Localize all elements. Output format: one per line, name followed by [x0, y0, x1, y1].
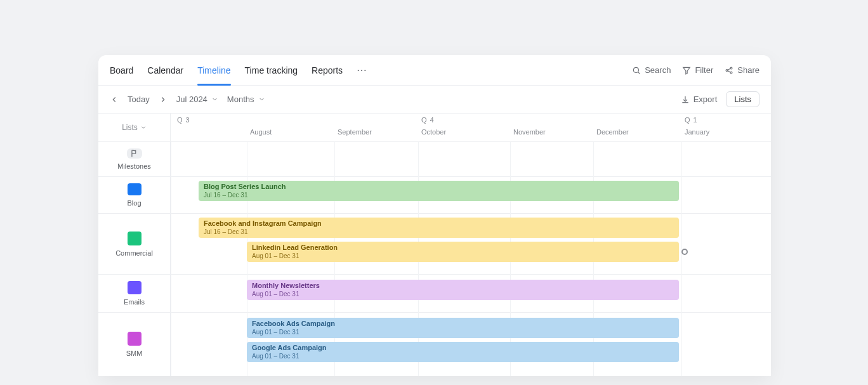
chevron-right-icon — [159, 95, 168, 104]
bar-title: Facebook Ads Campaign — [252, 320, 674, 328]
bar-title: Blog Post Series Launch — [204, 183, 674, 191]
timeline-bar[interactable]: Google Ads Campaign Aug 01 – Dec 31 — [247, 342, 679, 362]
timeline-bar[interactable]: Blog Post Series Launch Jul 16 – Dec 31 — [199, 181, 679, 201]
row-label-commercial[interactable]: Commercial — [98, 214, 171, 274]
share-label: Share — [737, 65, 760, 75]
filter-icon — [682, 66, 691, 75]
color-swatch-blog — [128, 183, 141, 195]
row-label-emails[interactable]: Emails — [98, 275, 171, 312]
date-selector[interactable]: Jul 2024 — [176, 95, 218, 104]
svg-line-6 — [728, 69, 731, 70]
export-button[interactable]: Export — [681, 95, 718, 104]
timeline-body: Milestones Blog Blog Post Series Launch … — [98, 142, 771, 376]
svg-line-1 — [638, 72, 640, 74]
month-label: December — [596, 128, 629, 136]
date-label: Jul 2024 — [176, 95, 207, 104]
month-label: September — [338, 128, 372, 136]
timeline-bar[interactable]: Facebook Ads Campaign Aug 01 – Dec 31 — [247, 318, 679, 338]
color-swatch-smm — [128, 332, 141, 346]
quarter-label: Q 4 — [421, 116, 435, 124]
prev-button[interactable] — [110, 95, 119, 104]
svg-line-7 — [728, 70, 731, 72]
quarter-label: Q 3 — [177, 116, 190, 124]
chevron-down-icon — [258, 96, 265, 103]
color-swatch-commercial — [128, 232, 141, 245]
row-label-text: Blog — [127, 199, 141, 207]
timeline-row-milestones: Milestones — [98, 142, 771, 177]
search-button[interactable]: Search — [632, 65, 671, 75]
tab-timeline[interactable]: Timeline — [197, 55, 230, 86]
tab-time-tracking[interactable]: Time tracking — [245, 55, 298, 86]
chevron-down-icon — [211, 96, 218, 103]
row-label-text: SMM — [126, 349, 143, 357]
bar-resize-handle[interactable] — [681, 249, 688, 255]
tab-board[interactable]: Board — [110, 55, 133, 86]
bar-date: Aug 01 – Dec 31 — [252, 290, 674, 298]
export-label: Export — [694, 95, 718, 104]
lists-button[interactable]: Lists — [726, 91, 760, 107]
search-icon — [632, 66, 641, 75]
row-label-blog[interactable]: Blog — [98, 177, 171, 213]
timeline-bar[interactable]: Monthly Newsletters Aug 01 – Dec 31 — [247, 280, 679, 300]
svg-point-0 — [634, 67, 639, 72]
timeline-bar[interactable]: Facebook and Instagram Campaign Jul 16 –… — [199, 218, 679, 238]
month-label: October — [421, 128, 446, 136]
bar-date: Jul 16 – Dec 31 — [204, 228, 674, 236]
search-label: Search — [645, 65, 671, 75]
milestone-icon-wrap — [127, 148, 142, 159]
tabs-bar: Board Calendar Timeline Time tracking Re… — [98, 55, 771, 86]
bar-title: Linkedin Lead Generation — [252, 244, 674, 252]
scale-label: Months — [227, 95, 254, 104]
bar-title: Monthly Newsletters — [252, 282, 674, 290]
timeline-row-blog: Blog Blog Post Series Launch Jul 16 – De… — [98, 177, 771, 214]
month-label: January — [685, 128, 709, 136]
filter-button[interactable]: Filter — [682, 65, 713, 75]
bar-date: Jul 16 – Dec 31 — [204, 192, 674, 199]
bar-date: Aug 01 – Dec 31 — [252, 329, 674, 336]
month-label: August — [250, 128, 272, 136]
filter-label: Filter — [695, 65, 713, 75]
today-button[interactable]: Today — [128, 95, 150, 104]
more-tabs-icon[interactable]: ⋯ — [357, 64, 367, 76]
bar-title: Facebook and Instagram Campaign — [204, 219, 674, 228]
timeline-bar[interactable]: Linkedin Lead Generation Aug 01 – Dec 31 — [247, 242, 679, 262]
toolbar: Today Jul 2024 Months Export Lists — [98, 86, 771, 114]
bar-title: Google Ads Campaign — [252, 344, 674, 352]
row-label-text: Milestones — [117, 162, 151, 170]
chevron-left-icon — [110, 95, 119, 104]
timeline-row-smm: SMM Facebook Ads Campaign Aug 01 – Dec 3… — [98, 313, 771, 376]
bar-date: Aug 01 – Dec 31 — [252, 252, 674, 260]
flag-icon — [130, 149, 139, 158]
month-label: November — [513, 128, 546, 136]
timeline-row-emails: Emails Monthly Newsletters Aug 01 – Dec … — [98, 275, 771, 313]
timeline-row-commercial: Commercial Facebook and Instagram Campai… — [98, 214, 771, 275]
tab-reports[interactable]: Reports — [312, 55, 343, 86]
share-button[interactable]: Share — [725, 65, 760, 75]
color-swatch-emails — [128, 281, 141, 294]
quarter-label: Q 1 — [685, 116, 698, 124]
lists-header-label: Lists — [122, 123, 138, 132]
row-label-text: Emails — [124, 298, 145, 306]
scale-selector[interactable]: Months — [227, 95, 265, 104]
bar-date: Aug 01 – Dec 31 — [252, 353, 674, 360]
timeline-header: Lists Q 3 Q 4 Q 1 August September Octob… — [98, 114, 771, 142]
download-icon — [681, 95, 690, 104]
row-label-text: Commercial — [115, 249, 153, 257]
lists-column-header[interactable]: Lists — [98, 114, 171, 141]
svg-marker-2 — [683, 67, 690, 74]
chevron-down-icon — [140, 124, 147, 131]
next-button[interactable] — [159, 95, 168, 104]
row-label-smm[interactable]: SMM — [98, 313, 171, 376]
tab-calendar[interactable]: Calendar — [147, 55, 183, 86]
row-label-milestones[interactable]: Milestones — [98, 142, 171, 176]
share-icon — [725, 66, 733, 75]
